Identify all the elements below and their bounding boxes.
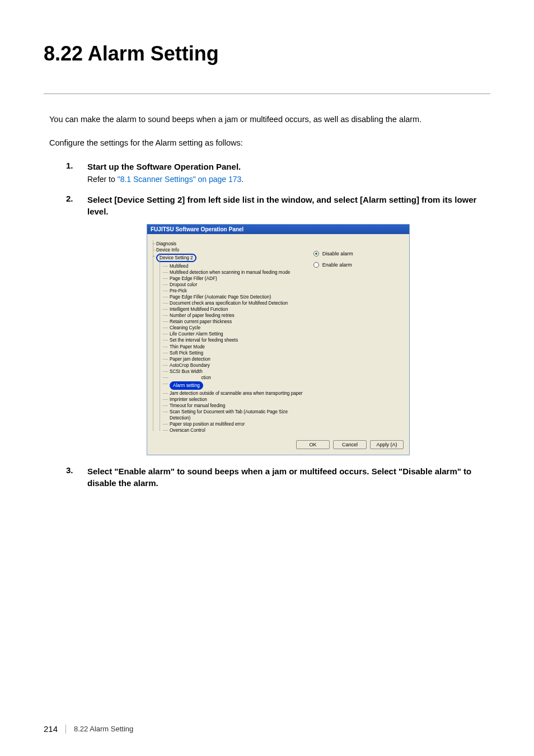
intro-paragraph-2: Configure the settings for the Alarm set… xyxy=(49,137,490,150)
page-number: 214 xyxy=(44,724,58,734)
tree-item[interactable]: Intelligent Multifeed Function xyxy=(166,306,303,312)
tree-item[interactable]: Soft Pick Setting xyxy=(166,350,303,356)
tree-item[interactable]: Overscan Control xyxy=(166,427,303,433)
tree-item-device-info[interactable]: Device Info xyxy=(153,247,303,253)
tree-item[interactable]: Page Edge Filler (ADF) xyxy=(166,276,303,282)
cross-reference-link[interactable]: "8.1 Scanner Settings" on page 173 xyxy=(118,175,242,184)
dialog-button-row: OK Cancel Apply (A) xyxy=(147,437,409,455)
tree-item[interactable]: Multifeed xyxy=(166,263,303,269)
footer-divider xyxy=(65,725,66,734)
tree-item[interactable]: Multifeed detection when scanning in man… xyxy=(166,269,303,276)
step-title: Select [Device Setting 2] from left side… xyxy=(87,194,490,217)
tree-item[interactable]: Paper jam detection xyxy=(166,356,303,362)
radio-label: Disable alarm xyxy=(322,251,353,256)
tree-item[interactable]: SCSI Bus Width xyxy=(166,368,303,375)
tree-item[interactable]: Timeout for manual feeding xyxy=(166,403,303,409)
tree-item-diagnosis[interactable]: Diagnosis xyxy=(153,241,303,247)
step-title: Start up the Software Operation Panel. xyxy=(87,161,490,172)
page-heading: 8.22 Alarm Setting xyxy=(44,42,490,66)
settings-tree-panel: Diagnosis Device Info Device Setting 2 M… xyxy=(153,241,303,434)
heading-divider xyxy=(44,94,490,94)
radio-label: Enable alarm xyxy=(322,262,352,268)
operation-panel-dialog: FUJITSU Software Operation Panel Diagnos… xyxy=(147,224,410,456)
intro-paragraph-1: You can make the alarm to sound beeps wh… xyxy=(49,114,490,126)
tree-item-device-setting[interactable]: Device Setting 2 MultifeedMultifeed dete… xyxy=(153,253,303,434)
tree-root: Diagnosis Device Info Device Setting 2 M… xyxy=(153,241,303,434)
device-setting-2-highlight[interactable]: Device Setting 2 xyxy=(156,254,196,262)
page-footer: 214 8.22 Alarm Setting xyxy=(44,724,133,734)
tree-item[interactable]: Cleaning Cycle xyxy=(166,325,303,331)
alarm-radio-panel: Disable alarm Enable alarm xyxy=(303,241,404,434)
step-3: 3. Select "Enable alarm" to sound beeps … xyxy=(66,465,490,489)
tree-item[interactable]: Jam detection outside of scannable area … xyxy=(166,390,303,396)
tree-item[interactable]: Dropout color xyxy=(166,282,303,288)
step-number: 3. xyxy=(66,465,87,475)
step-subtext: Refer to "8.1 Scanner Settings" on page … xyxy=(87,175,490,184)
radio-icon xyxy=(313,262,319,268)
tree-item[interactable]: Pre-Pick xyxy=(166,288,303,294)
tree-item[interactable]: Scan Setting for Document with Tab (Auto… xyxy=(166,409,303,421)
radio-enable-alarm[interactable]: Enable alarm xyxy=(313,262,404,268)
step-number: 1. xyxy=(66,161,87,170)
tree-sub-list: MultifeedMultifeed detection when scanni… xyxy=(156,263,303,434)
alarm-setting-highlight[interactable]: Alarm setting xyxy=(170,381,203,390)
dialog-screenshot: FUJITSU Software Operation Panel Diagnos… xyxy=(66,224,490,456)
tree-item[interactable]: Set the interval for feeding sheets xyxy=(166,337,303,343)
footer-section-title: 8.22 Alarm Setting xyxy=(74,725,133,733)
step-sub-suffix: . xyxy=(241,175,243,184)
tree-item[interactable]: Retain current paper thickness xyxy=(166,319,303,325)
radio-icon xyxy=(313,251,319,256)
steps-list: 1. Start up the Software Operation Panel… xyxy=(66,161,490,489)
apply-button[interactable]: Apply (A) xyxy=(370,440,404,449)
step-number: 2. xyxy=(66,194,87,203)
cancel-button[interactable]: Cancel xyxy=(333,440,367,449)
radio-disable-alarm[interactable]: Disable alarm xyxy=(313,251,404,256)
tree-item[interactable]: Life Counter Alarm Setting xyxy=(166,331,303,337)
dialog-titlebar: FUJITSU Software Operation Panel xyxy=(147,225,409,234)
step-1: 1. Start up the Software Operation Panel… xyxy=(66,161,490,184)
tree-item[interactable]: Auto color Detection xyxy=(166,375,303,381)
tree-item[interactable]: Paper stop position at multifeed error xyxy=(166,421,303,427)
tree-item[interactable]: Document check area specification for Mu… xyxy=(166,300,303,306)
tree-item[interactable]: Imprinter selection xyxy=(166,396,303,403)
step-sub-prefix: Refer to xyxy=(87,175,118,184)
step-2: 2. Select [Device Setting 2] from left s… xyxy=(66,194,490,456)
step-title: Select "Enable alarm" to sound beeps whe… xyxy=(87,465,490,489)
ok-button[interactable]: OK xyxy=(296,440,330,449)
tree-item[interactable]: Page Edge Filler (Automatic Page Size De… xyxy=(166,294,303,300)
tree-item[interactable]: AutoCrop Boundary xyxy=(166,362,303,368)
tree-item[interactable]: Number of paper feeding retries xyxy=(166,312,303,319)
tree-item-alarm-setting[interactable]: Alarm setting xyxy=(166,381,303,390)
tree-item[interactable]: Thin Paper Mode xyxy=(166,344,303,350)
